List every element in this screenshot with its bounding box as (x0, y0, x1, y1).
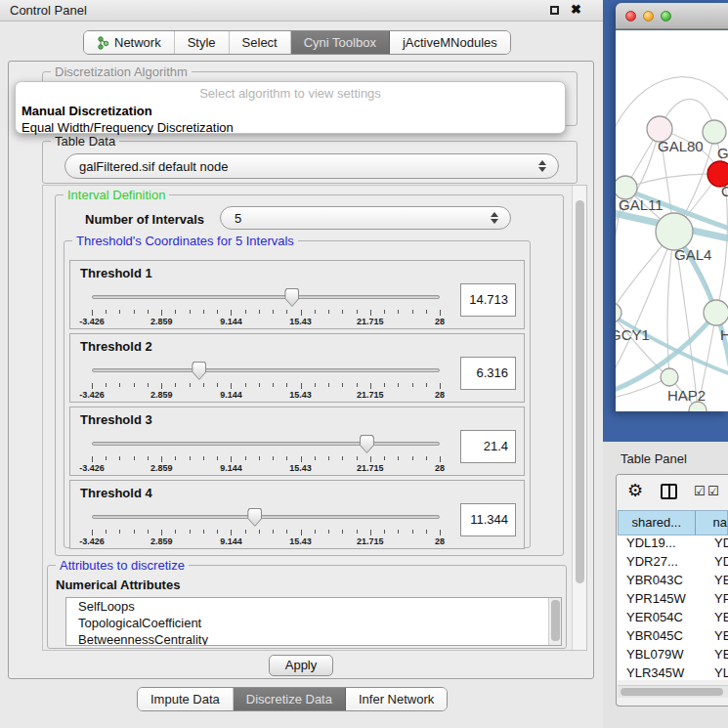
gear-icon[interactable]: ⚙ (627, 480, 643, 501)
dropdown-option[interactable]: Equal Width/Frequency Discretization (21, 120, 565, 135)
slider-track[interactable] (92, 295, 440, 299)
slider-thumb[interactable] (360, 435, 374, 453)
threshold-slider[interactable]: -3.4262.8599.14415.4321.71528 (92, 360, 440, 401)
attribute-list-item[interactable]: SelfLoops (66, 598, 561, 615)
network-node[interactable] (704, 300, 728, 325)
cell-name[interactable]: YBR0 (705, 628, 728, 647)
tick-mark (217, 456, 218, 460)
tick-label: 2.859 (150, 390, 173, 400)
threshold-slider[interactable]: -3.4262.8599.14415.4321.71528 (92, 506, 440, 547)
table-row[interactable]: YBL079WYBL0 (618, 647, 728, 665)
threshold-value-field[interactable]: 21.4 (460, 430, 516, 463)
slider-track[interactable] (92, 515, 440, 519)
numerical-attributes-list[interactable]: SelfLoopsTopologicalCoefficientBetweenne… (65, 597, 562, 646)
network-canvas[interactable]: GAL80GACGAL11GAL4GCY1HHAP2 (616, 30, 728, 411)
cell-name[interactable]: YDR2 (705, 554, 728, 573)
threshold-value-field[interactable]: 14.713 (460, 283, 516, 317)
tab-impute-data[interactable]: Impute Data (138, 688, 234, 710)
tab-cyni-toolbox[interactable]: Cyni Toolbox (291, 31, 390, 54)
attribute-list-item[interactable]: BetweennessCentrality (66, 631, 561, 646)
cell-name[interactable]: YBL0 (705, 647, 728, 665)
tick-mark (92, 383, 93, 389)
settings-scrollbar-thumb[interactable] (576, 200, 584, 583)
network-node[interactable] (656, 213, 693, 250)
table-row[interactable]: YER054CYER0 (618, 610, 728, 628)
checkbox-icon[interactable]: ☑ (694, 484, 706, 498)
cell-name[interactable]: YBR0 (705, 573, 728, 591)
tick-mark (175, 383, 176, 387)
table-row[interactable]: YDR27...YDR2 (618, 554, 728, 573)
cell-name[interactable]: YER0 (705, 610, 728, 628)
table-data-combobox[interactable]: galFiltered.sif default node (64, 153, 559, 179)
threshold-value-field[interactable]: 6.316 (460, 357, 516, 390)
tick-label: 15.43 (289, 390, 312, 400)
list-scrollbar-thumb[interactable] (551, 600, 560, 641)
minimize-traffic-light-icon[interactable] (643, 11, 654, 21)
cell-shared-name[interactable]: YDR27... (618, 554, 705, 573)
tick-mark (217, 310, 218, 314)
tick-mark (342, 530, 343, 534)
cell-name[interactable]: YLR3 (705, 665, 728, 680)
cell-name[interactable]: YDL1 (705, 535, 728, 554)
table-h-scrollbar[interactable] (618, 685, 728, 698)
attributes-group-title: Attributes to discretize (56, 558, 189, 573)
column-header-name[interactable]: na (696, 510, 728, 535)
cell-shared-name[interactable]: YLR345W (618, 665, 705, 680)
table-row[interactable]: YPR145WYPR1 (618, 591, 728, 610)
checkbox-icon[interactable]: ☑ (707, 484, 719, 498)
dropdown-option[interactable]: Manual Discretization (21, 104, 565, 118)
table-row[interactable]: YBR045CYBR0 (618, 628, 728, 647)
tab-jactivemnodules[interactable]: jActiveMNodules (390, 31, 510, 54)
control-panel-title: Control Panel (10, 3, 87, 18)
slider-thumb[interactable] (284, 288, 299, 307)
network-window-titlebar (616, 3, 728, 29)
tick-mark (384, 383, 385, 387)
slider-track[interactable] (92, 368, 440, 372)
tick-mark (119, 456, 120, 460)
table-h-scrollbar-thumb[interactable] (621, 688, 723, 696)
number-of-intervals-combobox[interactable]: 5 (220, 206, 511, 230)
table-data-groupbox: Table Data galFiltered.sif default node (42, 141, 578, 184)
apply-button[interactable]: Apply (269, 655, 333, 676)
threshold-value-field[interactable]: 11.344 (460, 503, 516, 536)
table-row[interactable]: YLR345WYLR3 (618, 665, 728, 680)
cell-shared-name[interactable]: YBR045C (618, 628, 705, 647)
tab-network[interactable]: Network (84, 31, 175, 54)
network-node-label: H (720, 326, 728, 343)
table-row[interactable]: YBR043CYBR0 (618, 573, 728, 591)
threshold-slider[interactable]: -3.4262.8599.14415.4321.71528 (92, 433, 440, 474)
table-panel-title: Table Panel (621, 451, 687, 466)
slider-track[interactable] (92, 442, 440, 446)
cell-shared-name[interactable]: YBR043C (618, 573, 705, 591)
threshold-slider[interactable]: -3.4262.8599.14415.4321.71528 (92, 286, 440, 327)
slider-thumb[interactable] (247, 508, 262, 527)
tab-infer-network[interactable]: Infer Network (346, 688, 447, 710)
slider-thumb[interactable] (192, 362, 206, 380)
network-node-label: GCY1 (616, 326, 650, 343)
list-scrollbar[interactable] (548, 598, 561, 645)
column-header-shared[interactable]: shared... (618, 510, 696, 535)
float-window-icon[interactable] (550, 6, 559, 15)
desktop-background: GAL80GACGAL11GAL4GCY1HHAP2 Table Panel ⚙… (603, 0, 728, 728)
tab-select[interactable]: Select (230, 31, 291, 54)
cell-shared-name[interactable]: YDL19... (618, 535, 705, 554)
columns-icon[interactable] (661, 484, 677, 499)
table-data-group-title: Table Data (51, 134, 119, 149)
tick-mark (370, 530, 371, 535)
cell-shared-name[interactable]: YBL079W (618, 647, 705, 665)
tab-discretize-data[interactable]: Discretize Data (234, 688, 346, 710)
cell-shared-name[interactable]: YPR145W (618, 591, 705, 610)
table-row[interactable]: YDL19...YDL1 (618, 535, 728, 554)
attribute-list-item[interactable]: TopologicalCoefficient (66, 615, 561, 631)
tick-label: 9.144 (220, 463, 242, 473)
tab-style[interactable]: Style (175, 31, 230, 54)
close-traffic-light-icon[interactable] (625, 11, 636, 21)
cell-name[interactable]: YPR1 (705, 591, 728, 610)
network-node[interactable] (703, 120, 726, 144)
settings-scrollbar[interactable] (572, 186, 586, 650)
tick-mark (119, 530, 120, 534)
network-node[interactable] (661, 368, 678, 386)
close-icon[interactable]: ✖ (571, 2, 581, 17)
zoom-traffic-light-icon[interactable] (661, 11, 671, 21)
cell-shared-name[interactable]: YER054C (618, 610, 705, 628)
